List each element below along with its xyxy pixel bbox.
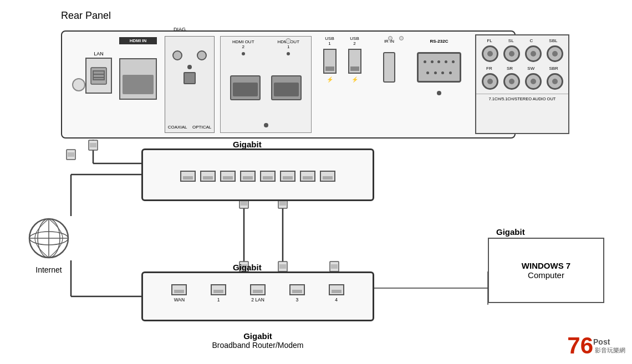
- hdmi-in-port: [119, 58, 157, 100]
- sr-terminal: [503, 73, 520, 90]
- usb2-label: USB2: [348, 36, 361, 46]
- windows7-line2: Computer: [528, 270, 564, 280]
- c-label: C: [530, 38, 533, 43]
- internet-label: Internet: [27, 265, 71, 274]
- windows7-line1: WINDOWS 7: [522, 261, 570, 270]
- sw-label: SW: [527, 66, 534, 71]
- svg-rect-29: [94, 75, 104, 77]
- ir-in-section: IR IN: [373, 36, 406, 133]
- switch-port-2: [200, 171, 216, 182]
- coaxial-label: COAXIAL: [168, 125, 187, 130]
- svg-rect-25: [90, 143, 96, 147]
- sbr-terminal: [547, 73, 563, 90]
- internet-globe-container: Internet: [27, 216, 71, 274]
- router-port-1: [211, 284, 226, 295]
- lan-label: LAN: [85, 51, 112, 57]
- fr-terminal: [482, 73, 498, 90]
- router-p2-label: 2 LAN: [250, 297, 266, 303]
- hdmi-in-label: HDMI IN: [119, 37, 157, 44]
- svg-rect-28: [94, 71, 104, 74]
- diagram: Rear Panel LAN HDMI IN: [0, 0, 632, 364]
- coax-optical-section: DIAG. COAXIAL OPTICAL: [165, 36, 215, 133]
- svg-rect-24: [89, 140, 98, 150]
- router-bottom-label-line1: Gigabit: [141, 331, 374, 341]
- gigabit-router-label: Gigabit: [233, 263, 262, 272]
- switch-port-1: [180, 171, 196, 182]
- svg-rect-21: [331, 264, 338, 269]
- rear-panel-box: LAN HDMI IN DIAG.: [61, 30, 516, 139]
- svg-rect-13: [241, 201, 247, 206]
- svg-rect-22: [67, 150, 75, 160]
- audio-out-label: 7.1CH/5.1CH/STEREO AUDIO OUT: [476, 94, 568, 101]
- lan-port: [85, 58, 112, 94]
- sbl-terminal: [547, 45, 563, 62]
- globe-icon: [27, 216, 71, 260]
- switch-port-3: [220, 171, 236, 182]
- sr-label: SR: [507, 66, 513, 71]
- c-terminal: [525, 45, 542, 62]
- windows7-computer-box: WINDOWS 7 Computer: [488, 238, 604, 303]
- logo-text-block: Post 影音玩樂網: [593, 337, 625, 354]
- usb-section: USB1 ⚡ USB2 ⚡: [317, 36, 367, 133]
- router-bottom-labels: Gigabit Broadband Router/Modem: [141, 331, 374, 350]
- sw-terminal: [525, 73, 542, 90]
- router-bottom-label-line2: Broadband Router/Modem: [141, 341, 374, 350]
- gigabit-switch-label: Gigabit: [233, 140, 262, 149]
- router-port-4: [329, 284, 344, 295]
- switch-port-7: [300, 171, 315, 182]
- switch-port-6: [280, 171, 295, 182]
- switch-port-4: [240, 171, 256, 182]
- gigabit-router: WAN 1 2 LAN 3 4: [141, 271, 374, 321]
- usb1-label: USB1: [323, 36, 337, 46]
- switch-ports: [143, 150, 373, 199]
- svg-rect-18: [278, 262, 287, 271]
- sl-terminal: [503, 45, 520, 62]
- switch-port-5: [260, 171, 276, 182]
- logo-number: 76: [567, 334, 593, 357]
- router-port-3: [289, 284, 305, 295]
- sl-label: SL: [508, 38, 514, 43]
- audio-out-section: FL SL C SBL FR SR SW SBR: [475, 34, 569, 134]
- logo-site-label: 影音玩樂網: [595, 346, 625, 354]
- svg-rect-23: [68, 152, 74, 157]
- router-p3-label: 3: [289, 297, 305, 303]
- gigabit-switch: [141, 148, 374, 201]
- logo-76-post: 76 Post 影音玩樂網: [567, 334, 625, 357]
- diag-label: DIAG.: [174, 27, 187, 32]
- svg-rect-19: [279, 264, 286, 269]
- wan-label: WAN: [171, 297, 187, 303]
- rs232c-section: RS-232C: [409, 36, 470, 133]
- router-p4-label: 4: [329, 297, 344, 303]
- switch-port-8: [320, 171, 335, 182]
- optical-label: OPTICAL: [192, 125, 211, 130]
- fl-label: FL: [487, 38, 492, 43]
- hdmi-out-section: HDMI OUT2 HDMI OUT1: [220, 36, 312, 133]
- sbl-label: SBL: [549, 38, 557, 43]
- svg-rect-20: [330, 262, 339, 271]
- fr-label: FR: [486, 66, 492, 71]
- svg-rect-30: [94, 78, 104, 79]
- fl-terminal: [482, 45, 498, 62]
- hdmi-out-2-label: HDMI OUT2: [224, 39, 263, 49]
- router-port-2: [250, 284, 266, 295]
- gigabit-pc-label: Gigabit: [496, 227, 525, 237]
- sbr-label: SBR: [549, 66, 558, 71]
- rear-panel-label: Rear Panel: [61, 10, 111, 22]
- router-p1-label: 1: [211, 297, 226, 303]
- svg-rect-15: [279, 201, 286, 206]
- router-ports-row: WAN 1 2 LAN 3 4: [143, 273, 373, 305]
- router-wan-port: [171, 284, 187, 295]
- logo-post-label: Post: [593, 337, 625, 346]
- rs232c-label: RS-232C: [409, 39, 470, 44]
